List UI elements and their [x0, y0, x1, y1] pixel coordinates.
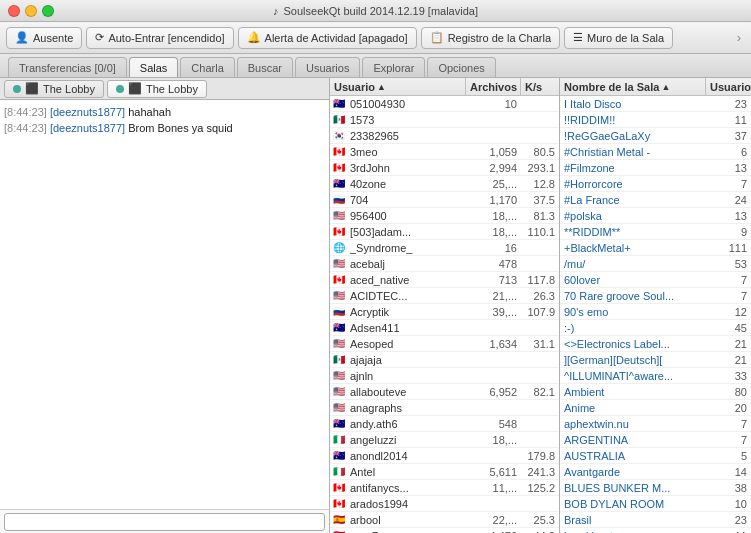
- user-files: 6,952: [476, 386, 521, 398]
- room-row[interactable]: 60lover 7: [560, 272, 751, 288]
- room-row[interactable]: #La France 24: [560, 192, 751, 208]
- user-files: 18,...: [476, 226, 521, 238]
- user-row[interactable]: 🌐 _Syndrome_ 16: [330, 240, 559, 256]
- tab-transferencias[interactable]: Transferencias [0/0]: [8, 57, 127, 77]
- user-row[interactable]: 🇦🇺 Adsen411: [330, 320, 559, 336]
- room-users: 45: [706, 322, 751, 334]
- room-row[interactable]: Ambient 80: [560, 384, 751, 400]
- room-row[interactable]: **RIDDIM** 9: [560, 224, 751, 240]
- user-row[interactable]: 🇦🇺 andy.ath6 548: [330, 416, 559, 432]
- tab-explorar[interactable]: Explorar: [362, 57, 425, 77]
- chat-input[interactable]: [4, 513, 325, 531]
- room-row[interactable]: 90's emo 12: [560, 304, 751, 320]
- col-header-speed[interactable]: K/s: [521, 78, 559, 95]
- col-header-usuario[interactable]: Usuario ▲: [330, 78, 466, 95]
- room-row[interactable]: +BlackMetal+ 111: [560, 240, 751, 256]
- ausente-button[interactable]: 👤 Ausente: [6, 27, 82, 49]
- room-name: #La France: [560, 194, 706, 206]
- user-row[interactable]: 🇷🇺 704 1,170 37.5: [330, 192, 559, 208]
- room-row[interactable]: AUSTRALIA 5: [560, 448, 751, 464]
- room-row[interactable]: BOB DYLAN ROOM 10: [560, 496, 751, 512]
- user-row[interactable]: 🇨🇦 aced_native 713 117.8: [330, 272, 559, 288]
- room-users: 13: [706, 162, 751, 174]
- user-name: Acryptik: [348, 306, 476, 318]
- user-row[interactable]: 🇰🇷 23382965: [330, 128, 559, 144]
- tab-charla[interactable]: Charla: [180, 57, 234, 77]
- user-row[interactable]: 🇨🇦 [503]adam... 18,... 110.1: [330, 224, 559, 240]
- chat-input-area: [0, 509, 329, 533]
- room-row[interactable]: ^ILLUMINATI^aware... 33: [560, 368, 751, 384]
- user-row[interactable]: 🇺🇸 ACIDTEC... 21,... 26.3: [330, 288, 559, 304]
- room-row[interactable]: BLUES BUNKER M... 38: [560, 480, 751, 496]
- user-row[interactable]: 🇷🇺 Acryptik 39,... 107.9: [330, 304, 559, 320]
- tab-salas[interactable]: Salas: [129, 57, 179, 77]
- room-row[interactable]: !ReGGaeGaLaXy 37: [560, 128, 751, 144]
- room-users: 53: [706, 258, 751, 270]
- user-row[interactable]: 🇮🇹 Antel 5,611 241.3: [330, 464, 559, 480]
- tab-usuarios[interactable]: Usuarios: [295, 57, 360, 77]
- user-row[interactable]: 🇨🇦 arados1994: [330, 496, 559, 512]
- user-row[interactable]: 🇨🇦 antifanycs... 11,... 125.2: [330, 480, 559, 496]
- minimize-button[interactable]: [25, 5, 37, 17]
- user-row[interactable]: 🇪🇸 area7 4,476 44.0: [330, 528, 559, 533]
- user-row[interactable]: 🇦🇺 051004930 10: [330, 96, 559, 112]
- alerta-button[interactable]: 🔔 Alerta de Actividad [apagado]: [238, 27, 417, 49]
- user-files: 18,...: [476, 210, 521, 222]
- room-row[interactable]: ][German][Deutsch][ 21: [560, 352, 751, 368]
- room-row[interactable]: !!RIDDIM!! 11: [560, 112, 751, 128]
- room-row[interactable]: #Horrorcore 7: [560, 176, 751, 192]
- registro-button[interactable]: 📋 Registro de la Charla: [421, 27, 560, 49]
- wall-icon: ☰: [573, 31, 583, 44]
- room-name: #Christian Metal -: [560, 146, 706, 158]
- nav-arrow[interactable]: ›: [733, 28, 745, 47]
- user-row[interactable]: 🇺🇸 allabouteve 6,952 82.1: [330, 384, 559, 400]
- room-row[interactable]: 70 Rare groove Soul... 7: [560, 288, 751, 304]
- room-users: 13: [706, 210, 751, 222]
- user-row[interactable]: 🇮🇹 angeluzzi 18,...: [330, 432, 559, 448]
- room-list-panel: Nombre de la Sala ▲ Usuarios I Italo Dis…: [560, 78, 751, 533]
- user-row[interactable]: 🇨🇦 3rdJohn 2,994 293.1: [330, 160, 559, 176]
- room-tab-lobby1[interactable]: ⬛ The Lobby: [4, 80, 104, 98]
- room-row[interactable]: aphextwin.nu 7: [560, 416, 751, 432]
- user-row[interactable]: 🇦🇺 40zone 25,... 12.8: [330, 176, 559, 192]
- room-users: 21: [706, 354, 751, 366]
- room-row[interactable]: breakbeat 11: [560, 528, 751, 533]
- user-name: 704: [348, 194, 476, 206]
- room-row[interactable]: Anime 20: [560, 400, 751, 416]
- muro-button[interactable]: ☰ Muro de la Sala: [564, 27, 673, 49]
- user-row[interactable]: 🇺🇸 Aesoped 1,634 31.1: [330, 336, 559, 352]
- user-row[interactable]: 🇲🇽 ajajaja: [330, 352, 559, 368]
- user-speed: 110.1: [521, 226, 559, 238]
- room-row[interactable]: #Filmzone 13: [560, 160, 751, 176]
- room-row[interactable]: I Italo Disco 23: [560, 96, 751, 112]
- user-list-header: Usuario ▲ Archivos K/s: [330, 78, 559, 96]
- user-row[interactable]: 🇦🇺 anondl2014 179.8: [330, 448, 559, 464]
- room-row[interactable]: :-) 45: [560, 320, 751, 336]
- user-row[interactable]: 🇺🇸 ajnln: [330, 368, 559, 384]
- room-row[interactable]: Brasil 23: [560, 512, 751, 528]
- tab-opciones[interactable]: Opciones: [427, 57, 495, 77]
- user-row[interactable]: 🇪🇸 arbool 22,... 25.3: [330, 512, 559, 528]
- user-row[interactable]: 🇺🇸 anagraphs: [330, 400, 559, 416]
- close-button[interactable]: [8, 5, 20, 17]
- col-header-users[interactable]: Usuarios: [706, 78, 751, 95]
- room-row[interactable]: <>Electronics Label... 21: [560, 336, 751, 352]
- user-row[interactable]: 🇨🇦 3meo 1,059 80.5: [330, 144, 559, 160]
- user-row[interactable]: 🇲🇽 1573: [330, 112, 559, 128]
- room-row[interactable]: /mu/ 53: [560, 256, 751, 272]
- room-row[interactable]: ARGENTINA 7: [560, 432, 751, 448]
- col-header-archivos[interactable]: Archivos: [466, 78, 521, 95]
- flag-icon: 🇨🇦: [330, 146, 348, 157]
- room-name: Brasil: [560, 514, 706, 526]
- maximize-button[interactable]: [42, 5, 54, 17]
- room-row[interactable]: Avantgarde 14: [560, 464, 751, 480]
- user-files: 1,059: [476, 146, 521, 158]
- user-row[interactable]: 🇺🇸 acebalj 478: [330, 256, 559, 272]
- room-row[interactable]: #Christian Metal - 6: [560, 144, 751, 160]
- autoentrar-button[interactable]: ⟳ Auto-Entrar [encendido]: [86, 27, 233, 49]
- user-row[interactable]: 🇺🇸 956400 18,... 81.3: [330, 208, 559, 224]
- room-row[interactable]: #polska 13: [560, 208, 751, 224]
- room-tab-lobby2[interactable]: ⬛ The Lobby: [107, 80, 207, 98]
- col-header-room[interactable]: Nombre de la Sala ▲: [560, 78, 706, 95]
- tab-buscar[interactable]: Buscar: [237, 57, 293, 77]
